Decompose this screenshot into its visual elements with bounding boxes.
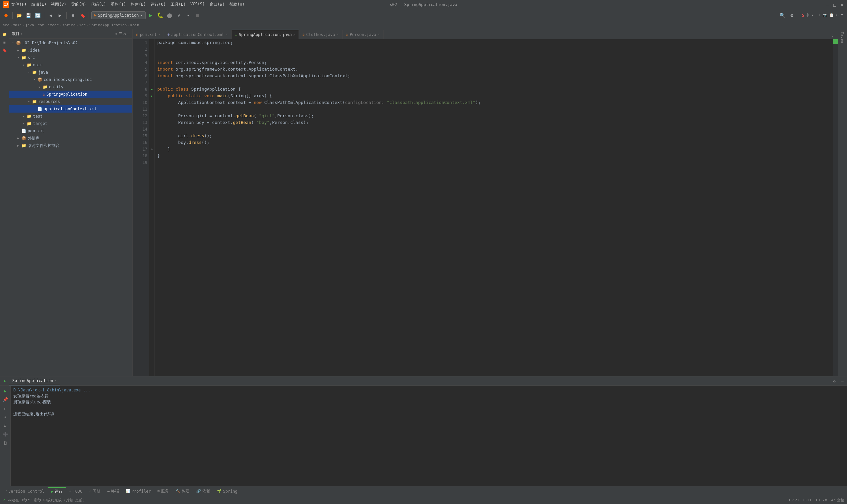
tool-tab-build[interactable]: 🔨 构建 <box>172 487 193 496</box>
tool-tab-terminal[interactable]: ▬ 终端 <box>104 487 122 496</box>
tool-tab-services[interactable]: ⊞ 服务 <box>154 487 173 496</box>
coverage-button[interactable]: ⬤ <box>166 11 174 19</box>
run-button[interactable]: ▶ <box>147 11 155 19</box>
tab-appcontext-close[interactable]: × <box>226 33 228 36</box>
menu-tools[interactable]: 工具(L) <box>170 2 186 7</box>
menu-view[interactable]: 视图(V) <box>51 2 66 7</box>
tool-tab-profiler[interactable]: 📊 Profiler <box>122 487 154 496</box>
console-scroll-btn[interactable]: ⬇ <box>2 413 9 420</box>
more-run-button[interactable]: ▾ <box>184 11 192 19</box>
console-add-btn[interactable]: ➕ <box>2 430 9 438</box>
menu-refactor[interactable]: 重构(T) <box>111 2 126 7</box>
breadcrumb-src[interactable]: src <box>3 23 9 27</box>
tree-item-resources[interactable]: ▾ 📁 resources <box>9 98 132 105</box>
tool-tab-spring[interactable]: 🌱 Spring <box>214 487 240 496</box>
tab-clothes[interactable]: ☕ Clothes.java × <box>299 30 342 39</box>
fold-9[interactable]: ▶ <box>149 93 154 99</box>
project-icon[interactable]: 📁 <box>1 31 8 38</box>
breadcrumb-java[interactable]: java <box>25 23 34 27</box>
settings-button[interactable]: ⚙ <box>788 11 796 19</box>
minimize-button[interactable]: — <box>825 2 830 7</box>
fold-8[interactable]: ▶ <box>149 86 154 93</box>
stop-button[interactable]: ■ <box>194 11 202 19</box>
tree-item-springapp[interactable]: ▶ ☕ SpringApplication <box>9 91 132 98</box>
tree-item-target[interactable]: ▶ 📁 target <box>9 120 132 127</box>
breadcrumb-com[interactable]: com <box>38 23 44 27</box>
save-button[interactable]: 💾 <box>24 11 32 19</box>
fold-17[interactable]: ⊖ <box>149 146 154 152</box>
dropdown-icon[interactable]: ▾ <box>21 32 23 36</box>
profile-button[interactable]: ⚡ <box>175 11 183 19</box>
breadcrumb-imooc[interactable]: imooc <box>48 23 59 27</box>
open-file-button[interactable]: 📂 <box>15 11 23 19</box>
run-config-dropdown[interactable]: ▶ SpringApplication ▾ <box>91 11 146 19</box>
close-button[interactable]: × <box>840 2 844 7</box>
tree-item-package[interactable]: ▾ 📦 com.imooc.spring.ioc <box>9 76 132 83</box>
menu-run[interactable]: 运行(U) <box>150 2 166 7</box>
console-pin-btn[interactable]: 📌 <box>2 396 9 403</box>
tree-action-2[interactable]: ☰ <box>119 32 122 36</box>
tree-item-scratches[interactable]: ▶ 📁 临时文件和控制台 <box>9 142 132 149</box>
tool-tab-run[interactable]: ▶ 运行 <box>48 487 66 496</box>
status-indent[interactable]: 4个空格 <box>831 498 844 503</box>
back-button[interactable]: ◀ <box>47 11 55 19</box>
tree-item-idea[interactable]: ▶ 📁 .idea <box>9 47 132 54</box>
status-encoding[interactable]: UTF-8 <box>816 498 827 502</box>
tree-item-java[interactable]: ▾ 📁 java <box>9 69 132 76</box>
tool-tab-dependencies[interactable]: 🔗 依赖 <box>193 487 214 496</box>
sync-button[interactable]: 🔄 <box>34 11 42 19</box>
breadcrumb-method[interactable]: main <box>130 23 139 27</box>
tree-item-src[interactable]: ▾ 📁 src <box>9 54 132 61</box>
bookmark-button[interactable]: 🔖 <box>78 11 86 19</box>
forward-button[interactable]: ▶ <box>56 11 64 19</box>
tool-tab-problems[interactable]: ⚠ 问题 <box>86 487 104 496</box>
tree-action-1[interactable]: ⊙ <box>115 32 117 36</box>
tree-item-s02[interactable]: ▾ 📦 s02 D:\IdeaProjects\s02 <box>9 39 132 47</box>
menu-window[interactable]: 窗口(W) <box>210 2 225 7</box>
console-clear-btn[interactable]: 🗑 <box>2 439 9 446</box>
menu-file[interactable]: 文件(F) <box>11 2 26 7</box>
status-line-ending[interactable]: CRLF <box>803 498 812 502</box>
tree-item-main[interactable]: ▾ 📁 main <box>9 61 132 69</box>
bottom-tab-run[interactable]: SpringApplication × <box>9 377 60 385</box>
tree-action-3[interactable]: ⚙ <box>124 32 126 36</box>
console-wrap-btn[interactable]: ↵ <box>2 404 9 412</box>
tree-action-4[interactable]: — <box>127 32 130 36</box>
tab-pom[interactable]: m pom.xml × <box>132 30 164 39</box>
window-controls[interactable]: — □ × <box>825 2 844 7</box>
tab-person-close[interactable]: × <box>378 33 380 36</box>
status-position[interactable]: 16:21 <box>788 498 799 502</box>
menu-edit[interactable]: 编辑(E) <box>31 2 47 7</box>
maximize-button[interactable]: □ <box>832 2 837 7</box>
menu-help[interactable]: 帮助(H) <box>229 2 245 7</box>
tree-item-test[interactable]: ▶ 📁 test <box>9 113 132 120</box>
breadcrumb-class[interactable]: SpringApplication <box>89 23 127 27</box>
tree-item-pom[interactable]: ▶ 📄 pom.xml <box>9 127 132 134</box>
tool-tab-todo[interactable]: ✓ TODO <box>66 487 86 496</box>
tab-clothes-close[interactable]: × <box>337 33 339 36</box>
tree-item-external-lib[interactable]: ▶ 📦 外部库 <box>9 134 132 142</box>
console-run-btn[interactable]: ▶ <box>2 387 9 394</box>
tab-springapp[interactable]: ☕ SpringApplication.java × <box>232 30 299 39</box>
tool-tab-vcs[interactable]: ⑂ Version Control <box>1 487 48 496</box>
menu-build[interactable]: 构建(B) <box>131 2 146 7</box>
debug-button[interactable]: 🐛 <box>156 11 164 19</box>
bottom-tab-run-close[interactable]: × <box>54 379 56 382</box>
menu-bar[interactable]: 文件(F) 编辑(E) 视图(V) 导航(N) 代码(C) 重构(T) 构建(B… <box>11 2 245 7</box>
console-output[interactable]: D:\Java\jdk-1.8\bin\java.exe ... 女孩穿着red… <box>11 386 847 486</box>
bookmarks-icon[interactable]: 🔖 <box>1 47 8 54</box>
menu-navigate[interactable]: 导航(N) <box>71 2 86 7</box>
structure-icon[interactable]: ⊞ <box>1 39 8 46</box>
panel-settings-button[interactable]: ⚙ <box>831 378 838 384</box>
search-everywhere-button[interactable]: 🔍 <box>778 11 786 19</box>
navigate-button[interactable]: ⊕ <box>69 11 77 19</box>
breadcrumb-spring[interactable]: spring <box>62 23 76 27</box>
breadcrumb-main[interactable]: main <box>13 23 22 27</box>
tabs-more-button[interactable]: ⋮ <box>828 34 838 39</box>
console-settings-btn[interactable]: ⚙ <box>2 422 9 429</box>
tab-springapp-close[interactable]: × <box>293 33 295 37</box>
menu-vcs[interactable]: VCS(S) <box>190 2 204 7</box>
tree-item-entity[interactable]: ▶ 📁 entity <box>9 83 132 91</box>
tab-person[interactable]: ☕ Person.java × <box>343 30 383 39</box>
tree-item-appcontext[interactable]: ▶ 📄 applicationContext.xml <box>9 105 132 113</box>
